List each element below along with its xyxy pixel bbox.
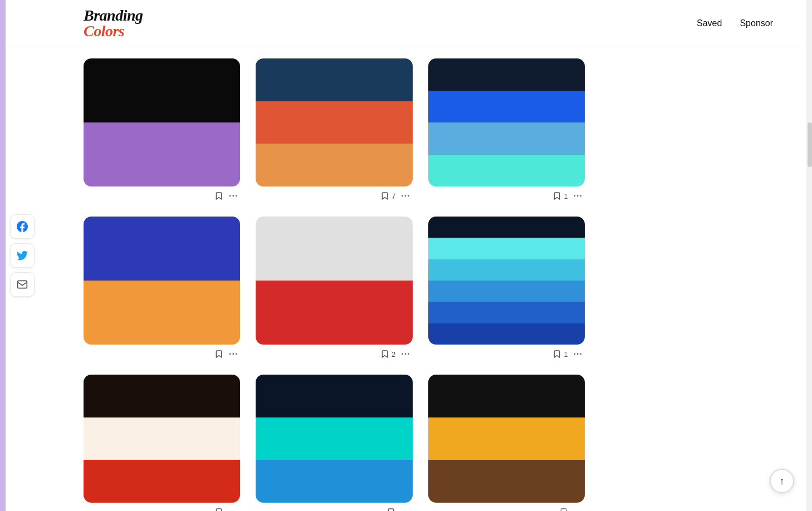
palette-swatches-7: [84, 375, 240, 503]
bookmark-icon: [214, 191, 223, 200]
palette-card-2: 7···: [256, 58, 412, 201]
palette-footer-1: ···: [84, 191, 240, 201]
main-nav: Saved Sponsor: [697, 18, 773, 28]
swatch-4-2: [84, 281, 240, 345]
swatch-3-1: [428, 58, 585, 91]
swatch-9-1: [428, 375, 585, 417]
swatch-2-1: [256, 58, 412, 101]
swatch-4-1: [84, 217, 240, 281]
swatch-8-1: [256, 375, 412, 417]
bookmark-button-3[interactable]: 1: [552, 191, 568, 200]
palette-swatches-2: [256, 58, 412, 186]
bookmark-icon: [214, 350, 223, 358]
bookmark-button-2[interactable]: 7: [380, 191, 395, 200]
saved-nav-link[interactable]: Saved: [697, 18, 722, 28]
twitter-share-button[interactable]: [10, 243, 35, 268]
palette-swatches-6: [428, 217, 585, 345]
palette-footer-2: 7···: [256, 191, 412, 201]
bookmark-icon: [552, 191, 561, 200]
bookmark-icon: [214, 508, 223, 511]
swatch-5-2: [256, 281, 412, 345]
palette-swatches-5: [256, 217, 412, 345]
swatch-5-1: [256, 217, 412, 281]
facebook-icon: [17, 221, 28, 232]
bookmark-button-4[interactable]: [214, 350, 223, 358]
more-button-9[interactable]: ···: [574, 507, 583, 511]
palette-swatches-8: [256, 375, 412, 503]
bookmark-button-9[interactable]: [559, 508, 568, 511]
palette-footer-6: 1···: [428, 349, 585, 359]
bookmark-button-1[interactable]: [214, 191, 223, 200]
bookmark-icon: [380, 191, 389, 200]
swatch-9-3: [428, 460, 585, 503]
more-button-3[interactable]: ···: [574, 191, 583, 201]
palette-footer-4: ···: [84, 349, 240, 359]
social-sidebar: [10, 214, 35, 297]
page-wrapper: Branding Colors Saved Sponsor ···7···1··…: [6, 0, 806, 511]
scroll-top-icon: ↑: [780, 475, 785, 487]
swatch-3-4: [428, 155, 585, 187]
logo-colors: Colors: [84, 23, 143, 39]
bookmark-count-5: 2: [392, 350, 395, 358]
bookmark-icon: [380, 350, 389, 358]
bookmark-count-6: 1: [564, 350, 568, 358]
swatch-8-2: [256, 417, 412, 460]
more-button-6[interactable]: ···: [574, 349, 583, 359]
swatch-9-2: [428, 417, 585, 460]
swatch-7-1: [84, 375, 240, 417]
bookmark-icon: [387, 508, 395, 511]
palette-footer-5: 2···: [256, 349, 412, 359]
swatch-6-1: [428, 217, 585, 238]
header: Branding Colors Saved Sponsor: [6, 0, 806, 47]
bookmark-button-5[interactable]: 2: [380, 350, 395, 358]
more-button-7[interactable]: ···: [229, 507, 238, 511]
facebook-share-button[interactable]: [10, 214, 35, 239]
bookmark-button-8[interactable]: [387, 508, 395, 511]
palette-card-9: ···: [428, 375, 585, 511]
scrollbar-track: [806, 0, 812, 511]
palette-card-4: ···: [84, 217, 240, 359]
palette-swatches-3: [428, 58, 585, 186]
palette-card-6: 1···: [428, 217, 585, 359]
scrollbar-thumb[interactable]: [808, 122, 812, 167]
swatch-1-2: [84, 122, 240, 186]
swatch-7-2: [84, 417, 240, 460]
palette-card-1: ···: [84, 58, 240, 201]
swatch-2-3: [256, 144, 412, 186]
swatch-3-3: [428, 122, 585, 155]
palette-footer-8: ···: [256, 507, 412, 511]
swatch-6-5: [428, 302, 585, 323]
more-button-4[interactable]: ···: [229, 349, 238, 359]
more-button-8[interactable]: ···: [401, 507, 410, 511]
palette-card-8: ···: [256, 375, 412, 511]
swatch-6-3: [428, 259, 585, 281]
swatch-6-2: [428, 238, 585, 259]
swatch-6-6: [428, 323, 585, 345]
email-icon: [17, 279, 28, 290]
bookmark-button-7[interactable]: [214, 508, 223, 511]
palette-footer-7: ···: [84, 507, 240, 511]
swatch-3-2: [428, 91, 585, 123]
bookmark-count-2: 7: [392, 192, 395, 200]
scroll-top-button[interactable]: ↑: [770, 469, 794, 493]
svg-rect-0: [18, 281, 27, 288]
palette-swatches-9: [428, 375, 585, 503]
swatch-7-3: [84, 460, 240, 503]
more-button-5[interactable]: ···: [401, 349, 410, 359]
bookmark-count-3: 1: [564, 192, 568, 200]
more-button-2[interactable]: ···: [401, 191, 410, 201]
swatch-1-1: [84, 58, 240, 122]
bookmark-icon: [559, 508, 568, 511]
bookmark-icon: [552, 350, 561, 358]
palette-card-3: 1···: [428, 58, 585, 201]
main-content: ···7···1······2···1············: [6, 47, 806, 511]
twitter-icon: [17, 250, 28, 261]
more-button-1[interactable]: ···: [229, 191, 238, 201]
swatch-8-3: [256, 460, 412, 503]
palette-swatches-1: [84, 58, 240, 186]
swatch-2-2: [256, 101, 412, 144]
bookmark-button-6[interactable]: 1: [552, 350, 568, 358]
palette-footer-3: 1···: [428, 191, 585, 201]
email-share-button[interactable]: [10, 272, 35, 297]
sponsor-nav-link[interactable]: Sponsor: [740, 18, 773, 28]
